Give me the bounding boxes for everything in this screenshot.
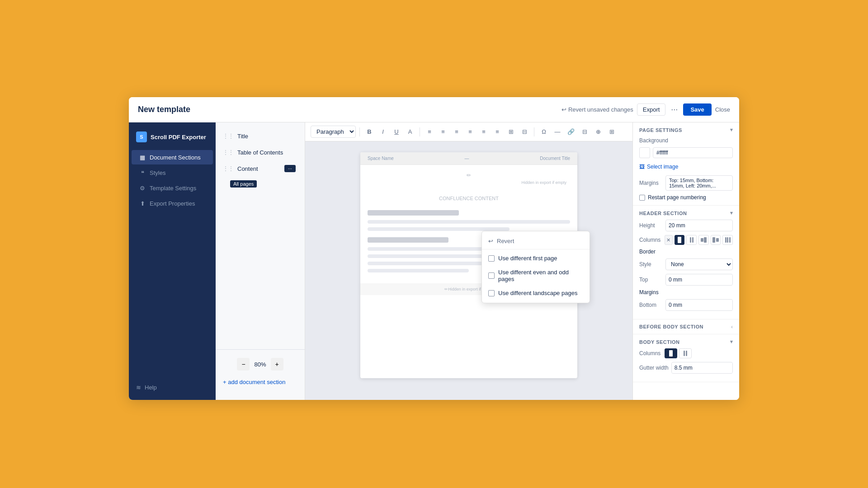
diff-landscape-checkbox[interactable] xyxy=(488,290,495,296)
height-input[interactable]: ▲ ▼ xyxy=(665,220,733,231)
template-settings-icon: ⚙ xyxy=(139,184,146,192)
font-color-button[interactable]: A xyxy=(404,126,416,138)
border-style-row: Style None xyxy=(639,258,733,270)
diff-first-page-checkbox[interactable] xyxy=(488,255,495,262)
height-value[interactable] xyxy=(666,221,733,230)
table-button[interactable]: ⊞ xyxy=(606,126,618,138)
link-button[interactable]: 🔗 xyxy=(565,126,577,138)
section-title[interactable]: ⋮⋮ Title ··· xyxy=(216,128,305,144)
margins-value: Top: 15mm, Bottom: 15mm, Left: 20mm,... xyxy=(665,175,733,191)
margins-label: Margins xyxy=(639,180,663,186)
section-content-dots-btn[interactable]: ··· xyxy=(284,165,296,172)
content-heading-line-2 xyxy=(368,237,448,243)
body-col-2-button[interactable] xyxy=(679,348,692,358)
col-4-button[interactable] xyxy=(711,235,721,245)
bg-hex-input[interactable] xyxy=(653,147,733,158)
body-section-collapse[interactable]: ▾ xyxy=(730,339,733,345)
bold-button[interactable]: B xyxy=(363,126,375,138)
dropdown-diff-first-page[interactable]: Use different first page xyxy=(482,251,590,265)
col-5-button[interactable] xyxy=(722,235,733,245)
page-settings-collapse[interactable]: ▾ xyxy=(730,127,733,133)
align-justify-button[interactable]: ≡ xyxy=(464,126,476,138)
styles-icon: ❝ xyxy=(139,169,146,176)
sidebar-item-document-sections[interactable]: ▦ Document Sections xyxy=(132,150,213,164)
body-col-1-button[interactable] xyxy=(665,348,677,358)
hr-button[interactable]: — xyxy=(552,126,563,138)
restart-numbering-checkbox[interactable] xyxy=(639,195,645,201)
border-bottom-row: Bottom ▲ ▼ xyxy=(639,299,733,311)
col-2-button[interactable] xyxy=(686,235,697,245)
border-top-input[interactable]: ▲ ▼ xyxy=(665,274,733,286)
align-center-button[interactable]: ≡ xyxy=(437,126,449,138)
unordered-list-button[interactable]: ≡ xyxy=(491,126,503,138)
page-edit-icon: ✏ xyxy=(368,172,570,178)
bg-color-swatch[interactable] xyxy=(639,147,650,158)
gutter-label: Gutter width xyxy=(639,365,669,371)
close-button[interactable]: Close xyxy=(715,106,730,113)
save-button[interactable]: Save xyxy=(683,103,711,116)
gutter-input[interactable]: ▲ ▼ xyxy=(671,362,733,374)
content-line-1 xyxy=(368,220,570,224)
body-col-1-icon xyxy=(669,350,673,357)
margins-border-row: Margins xyxy=(639,289,733,296)
app-body: S Scroll PDF Exporter ▦ Document Section… xyxy=(129,122,739,400)
select-image-button[interactable]: 🖼 Select image xyxy=(639,162,678,172)
header-section-title: HEADER SECTION ▾ xyxy=(639,210,733,216)
height-row: Height ▲ ▼ xyxy=(639,220,733,231)
app-header: New template ↩ Revert unsaved changes Ex… xyxy=(129,97,739,122)
sidebar-item-template-settings[interactable]: ⚙ Template Settings xyxy=(132,181,213,195)
right-panel: PAGE SETTINGS ▾ Background 🖼 Select imag… xyxy=(632,122,739,400)
drag-handle-toc: ⋮⋮ xyxy=(223,149,234,155)
page-settings-section: PAGE SETTINGS ▾ Background 🖼 Select imag… xyxy=(633,122,739,206)
revert-button[interactable]: ↩ Revert unsaved changes xyxy=(561,106,633,113)
italic-button[interactable]: I xyxy=(377,126,389,138)
border-style-select[interactable]: None xyxy=(665,258,733,270)
col-3-button[interactable] xyxy=(698,235,709,245)
border-bottom-input[interactable]: ▲ ▼ xyxy=(665,299,733,311)
border-top-label: Top xyxy=(639,277,663,283)
indent-button[interactable]: ⊞ xyxy=(505,126,517,138)
document-sections-icon: ▦ xyxy=(139,154,146,161)
margins-border-label: Margins xyxy=(639,289,659,296)
columns-x-button[interactable]: ✕ xyxy=(665,235,673,245)
select-image-row: 🖼 Select image xyxy=(639,162,733,172)
sidebar-item-styles[interactable]: ❝ Styles xyxy=(132,165,213,180)
revert-arrow-icon: ↩ xyxy=(488,238,493,244)
diff-even-odd-checkbox[interactable] xyxy=(488,272,495,279)
body-col-2-icon xyxy=(684,351,687,356)
toolbar-separator-2 xyxy=(420,127,420,136)
content-line-2 xyxy=(368,227,509,231)
paragraph-select[interactable]: Paragraph xyxy=(311,126,356,138)
align-left-button[interactable]: ≡ xyxy=(424,126,435,138)
col-3-icon xyxy=(701,237,707,243)
dropdown-diff-even-odd[interactable]: Use different even and odd pages xyxy=(482,265,590,286)
gutter-value[interactable] xyxy=(672,363,733,373)
underline-button[interactable]: U xyxy=(391,126,402,138)
dropdown-revert[interactable]: ↩ Revert xyxy=(482,234,590,249)
col-1-button[interactable] xyxy=(675,235,685,245)
dropdown-diff-landscape[interactable]: Use different landscape pages xyxy=(482,286,590,300)
more-options-button[interactable]: ··· xyxy=(669,105,679,114)
header-section-collapse[interactable]: ▾ xyxy=(730,210,733,216)
zoom-out-button[interactable]: − xyxy=(237,358,250,371)
add-button[interactable]: ⊕ xyxy=(592,126,604,138)
border-label: Border xyxy=(639,249,656,255)
help-button[interactable]: ≋ Help xyxy=(129,380,216,394)
export-properties-icon: ⬆ xyxy=(139,200,146,207)
sidebar-item-export-properties[interactable]: ⬆ Export Properties xyxy=(132,196,213,211)
section-content[interactable]: ⋮⋮ Content ··· xyxy=(216,160,305,177)
image-button[interactable]: ⊟ xyxy=(579,126,590,138)
border-bottom-value[interactable] xyxy=(666,300,733,310)
section-toc[interactable]: ⋮⋮ Table of Contents ··· xyxy=(216,144,305,160)
export-button[interactable]: Export xyxy=(637,103,666,116)
border-section: Border Style None Top ▲ xyxy=(639,249,733,286)
special-char-button[interactable]: Ω xyxy=(538,126,550,138)
zoom-in-button[interactable]: + xyxy=(271,358,283,371)
background-row: Background xyxy=(639,137,733,144)
before-body-collapse[interactable]: ‹ xyxy=(731,324,733,329)
align-right-button[interactable]: ≡ xyxy=(451,126,462,138)
outdent-button[interactable]: ⊟ xyxy=(519,126,530,138)
add-document-section-button[interactable]: + add document section xyxy=(216,374,305,390)
border-top-value[interactable] xyxy=(666,275,733,285)
ordered-list-button[interactable]: ≡ xyxy=(478,126,490,138)
